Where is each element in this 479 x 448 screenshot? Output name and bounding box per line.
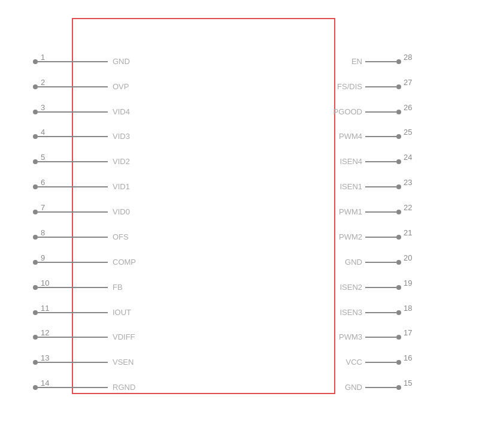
left-pin-4: 4VID3 (0, 132, 114, 141)
pin-num-right-25: 25 (404, 128, 412, 137)
pin-dot-9 (33, 260, 38, 265)
left-pin-12: 12VDIFF (0, 333, 114, 341)
pin-label-13: VSEN (113, 358, 134, 367)
pin-dot-right-17 (396, 335, 401, 340)
right-pin-17: 17PWM3 (365, 333, 479, 341)
pin-label-right-18: ISEN3 (314, 308, 362, 317)
pin-num-7: 7 (41, 203, 45, 212)
pin-num-4: 4 (41, 128, 45, 137)
left-pin-11: 11IOUT (0, 308, 114, 317)
pin-line-8 (38, 237, 108, 238)
pin-num-right-22: 22 (404, 203, 412, 212)
pin-num-right-23: 23 (404, 178, 412, 187)
pin-line-6 (38, 186, 108, 187)
pin-label-11: IOUT (113, 308, 131, 317)
pin-label-right-26: PGOOD (314, 107, 362, 116)
pin-label-right-25: PWM4 (314, 132, 362, 141)
pin-label-right-23: ISEN1 (314, 182, 362, 191)
right-pin-19: 19ISEN2 (365, 283, 479, 292)
pin-label-right-24: ISEN4 (314, 157, 362, 166)
right-pin-24: 24ISEN4 (365, 158, 479, 166)
pin-dot-8 (33, 235, 38, 240)
pin-num-5: 5 (41, 153, 45, 162)
left-pin-13: 13VSEN (0, 358, 114, 367)
pin-line-right-19 (365, 287, 396, 288)
pin-num-6: 6 (41, 178, 45, 187)
pin-line-4 (38, 136, 108, 137)
pin-num-3: 3 (41, 103, 45, 112)
pin-num-right-16: 16 (404, 353, 412, 362)
pin-line-right-24 (365, 161, 396, 162)
pin-num-right-27: 27 (404, 78, 412, 87)
right-pin-23: 23ISEN1 (365, 183, 479, 191)
right-pin-21: 21PWM2 (365, 233, 479, 241)
pin-line-7 (38, 211, 108, 213)
pin-num-right-17: 17 (404, 328, 412, 337)
pin-label-6: VID1 (113, 182, 130, 191)
pin-num-14: 14 (41, 379, 49, 388)
pin-label-9: COMP (113, 258, 136, 267)
pin-line-9 (38, 262, 108, 263)
pin-dot-right-27 (396, 84, 401, 89)
pin-label-8: OFS (113, 232, 129, 241)
pin-dot-3 (33, 110, 38, 114)
right-pin-26: 26PGOOD (365, 108, 479, 116)
pin-dot-12 (33, 335, 38, 340)
pin-line-right-21 (365, 237, 396, 238)
pin-dot-14 (33, 385, 38, 390)
pin-line-right-28 (365, 61, 396, 62)
right-pin-20: 20GND (365, 258, 479, 267)
pin-line-right-18 (365, 312, 396, 313)
pin-dot-right-22 (396, 210, 401, 214)
pin-label-4: VID3 (113, 132, 130, 141)
pin-num-11: 11 (41, 304, 49, 313)
pin-dot-right-28 (396, 59, 401, 64)
pin-dot-right-21 (396, 235, 401, 240)
pin-line-right-17 (365, 337, 396, 338)
left-pin-1: 1GND (0, 57, 114, 66)
pin-dot-11 (33, 310, 38, 315)
left-pin-7: 7VID0 (0, 208, 114, 216)
pin-line-right-20 (365, 262, 396, 263)
pin-num-right-24: 24 (404, 153, 412, 162)
right-pin-25: 25PWM4 (365, 132, 479, 141)
pin-num-12: 12 (41, 328, 49, 337)
pin-line-1 (38, 61, 108, 62)
right-pin-15: 15GND (365, 383, 479, 392)
pin-label-right-20: GND (314, 258, 362, 267)
left-pin-6: 6VID1 (0, 183, 114, 191)
pin-dot-4 (33, 134, 38, 139)
right-pin-16: 16VCC (365, 358, 479, 367)
pin-num-9: 9 (41, 253, 45, 262)
pin-dot-2 (33, 84, 38, 89)
pin-dot-6 (33, 184, 38, 189)
pin-num-2: 2 (41, 78, 45, 87)
pin-dot-13 (33, 360, 38, 365)
pin-label-right-19: ISEN2 (314, 283, 362, 292)
pin-label-14: RGND (113, 383, 135, 392)
pin-dot-5 (33, 159, 38, 164)
pin-label-right-27: FS/DIS (314, 82, 362, 91)
left-pin-5: 5VID2 (0, 158, 114, 166)
pin-line-2 (38, 86, 108, 87)
pin-label-right-21: PWM2 (314, 232, 362, 241)
pin-dot-7 (33, 210, 38, 214)
pin-label-3: VID4 (113, 107, 130, 116)
right-pin-22: 22PWM1 (365, 208, 479, 216)
pin-num-1: 1 (41, 53, 45, 62)
pin-dot-right-24 (396, 159, 401, 164)
pin-label-2: OVP (113, 82, 129, 91)
pin-num-right-20: 20 (404, 253, 412, 262)
left-pin-2: 2OVP (0, 83, 114, 91)
left-pin-3: 3VID4 (0, 108, 114, 116)
pin-label-5: VID2 (113, 157, 130, 166)
pin-dot-10 (33, 285, 38, 290)
pin-label-10: FB (113, 283, 123, 292)
pin-line-right-16 (365, 362, 396, 363)
pin-line-right-25 (365, 136, 396, 137)
left-pin-8: 8OFS (0, 233, 114, 241)
right-pin-27: 27FS/DIS (365, 83, 479, 91)
pin-num-right-19: 19 (404, 279, 412, 287)
pin-dot-right-15 (396, 385, 401, 390)
left-pin-10: 10FB (0, 283, 114, 292)
